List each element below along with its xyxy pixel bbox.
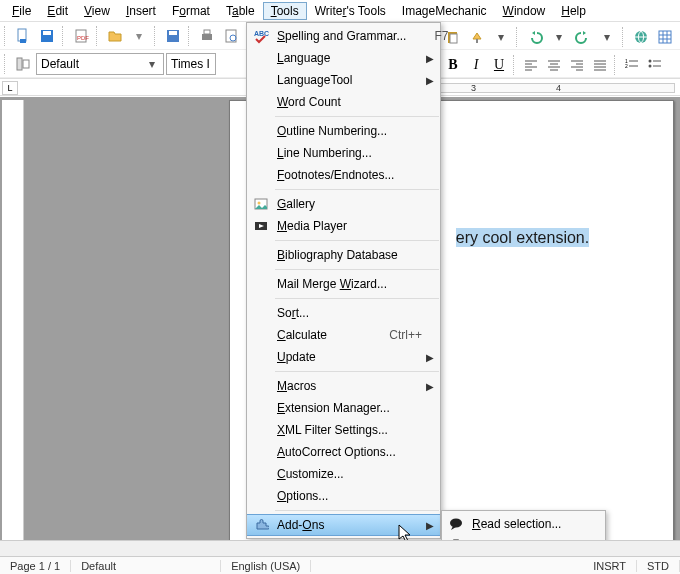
menu-window[interactable]: Window <box>495 2 554 20</box>
svg-rect-7 <box>169 31 177 35</box>
svg-rect-3 <box>43 31 51 35</box>
styles-icon[interactable] <box>12 53 34 75</box>
save2-icon[interactable] <box>162 25 184 47</box>
menu-item-outline-numbering[interactable]: Outline Numbering... <box>247 120 440 142</box>
menu-edit[interactable]: Edit <box>39 2 76 20</box>
menu-file[interactable]: File <box>4 2 39 20</box>
menu-tools[interactable]: Tools <box>263 2 307 20</box>
paragraph-style-value: Default <box>41 57 79 71</box>
menu-item-mail-merge-wizard[interactable]: Mail Merge Wizard... <box>247 273 440 295</box>
svg-text:PDF: PDF <box>77 35 89 41</box>
submenu-item-read-selection[interactable]: Read selection... <box>442 513 605 535</box>
status-style[interactable]: Default <box>71 560 221 572</box>
menu-item-xml-filter-settings[interactable]: XML Filter Settings... <box>247 419 440 441</box>
menu-item-autocorrect-options[interactable]: AutoCorrect Options... <box>247 441 440 463</box>
menu-item-line-numbering[interactable]: Line Numbering... <box>247 142 440 164</box>
menu-item-sort[interactable]: Sort... <box>247 302 440 324</box>
paragraph-style-combo[interactable]: Default ▾ <box>36 53 164 75</box>
italic-button[interactable]: I <box>465 54 487 76</box>
menu-item-add-ons[interactable]: Add-Ons▶ <box>247 514 440 536</box>
svg-rect-16 <box>476 39 478 43</box>
print-icon[interactable] <box>196 25 218 47</box>
menu-item-options[interactable]: Options... <box>247 485 440 507</box>
preview-icon[interactable] <box>220 25 242 47</box>
menu-item-customize[interactable]: Customize... <box>247 463 440 485</box>
bold-button[interactable]: B <box>442 54 464 76</box>
menu-item-spelling-and-grammar[interactable]: ABCSpelling and Grammar...F7 <box>247 25 440 47</box>
menu-item-gallery[interactable]: Gallery <box>247 193 440 215</box>
menu-item-bibliography-database[interactable]: Bibliography Database <box>247 244 440 266</box>
svg-rect-8 <box>202 34 212 40</box>
export-pdf-icon[interactable]: PDF <box>70 25 92 47</box>
chevron-down-icon: ▾ <box>145 57 159 71</box>
save-icon[interactable] <box>36 25 58 47</box>
menu-insert[interactable]: Insert <box>118 2 164 20</box>
svg-rect-13 <box>23 60 29 68</box>
menu-item-calculate[interactable]: CalculateCtrl++ <box>247 324 440 346</box>
align-left-icon[interactable] <box>520 54 542 76</box>
chevron-right-icon: ▶ <box>426 520 434 531</box>
status-language[interactable]: English (USA) <box>221 560 311 572</box>
ruler-ticks: 3 4 <box>440 83 675 93</box>
menu-table[interactable]: Table <box>218 2 263 20</box>
svg-text:2: 2 <box>625 63 628 69</box>
menu-item-update[interactable]: Update▶ <box>247 346 440 368</box>
menu-help[interactable]: Help <box>553 2 594 20</box>
svg-point-44 <box>649 65 652 68</box>
menu-item-word-count[interactable]: Word Count <box>247 91 440 113</box>
align-right-icon[interactable] <box>566 54 588 76</box>
svg-text:ABC: ABC <box>254 30 269 37</box>
svg-rect-12 <box>17 58 22 70</box>
svg-point-49 <box>258 202 261 205</box>
new-doc-icon[interactable] <box>12 25 34 47</box>
chevron-right-icon: ▶ <box>426 75 434 86</box>
font-name-combo[interactable]: Times I <box>166 53 216 75</box>
status-insert[interactable]: INSRT <box>583 560 637 572</box>
chevron-right-icon: ▶ <box>426 53 434 64</box>
underline-button[interactable]: U <box>488 54 510 76</box>
font-name-value: Times I <box>171 57 210 71</box>
status-std[interactable]: STD <box>637 560 680 572</box>
menu-item-footnotes-endnotes[interactable]: Footnotes/Endnotes... <box>247 164 440 186</box>
align-center-icon[interactable] <box>543 54 565 76</box>
dropdown-icon[interactable]: ▾ <box>596 26 618 48</box>
menu-item-language[interactable]: Language▶ <box>247 47 440 69</box>
align-justify-icon[interactable] <box>589 54 611 76</box>
dropdown-icon[interactable]: ▾ <box>548 26 570 48</box>
menubar: FileEditViewInsertFormatTableToolsWriter… <box>0 0 680 22</box>
svg-rect-18 <box>659 31 671 43</box>
svg-rect-9 <box>204 30 210 34</box>
vertical-ruler <box>2 100 24 556</box>
svg-point-51 <box>450 519 462 528</box>
template-icon[interactable]: ▾ <box>128 25 150 47</box>
status-bar: Page 1 / 1 Default English (USA) INSRT S… <box>0 556 680 574</box>
speech-bubble-icon <box>447 515 465 533</box>
abc-check-icon: ABC <box>252 27 270 45</box>
chevron-right-icon: ▶ <box>426 381 434 392</box>
status-page[interactable]: Page 1 / 1 <box>0 560 71 572</box>
bullet-list-icon[interactable] <box>644 54 666 76</box>
gallery-icon <box>252 195 270 213</box>
menu-format[interactable]: Format <box>164 2 218 20</box>
menu-item-media-player[interactable]: Media Player <box>247 215 440 237</box>
dropdown-icon[interactable]: ▾ <box>490 26 512 48</box>
menu-view[interactable]: View <box>76 2 118 20</box>
menu-writer-s-tools[interactable]: Writer's Tools <box>307 2 394 20</box>
menu-item-macros[interactable]: Macros▶ <box>247 375 440 397</box>
svg-rect-1 <box>20 39 26 43</box>
redo-icon[interactable] <box>572 26 594 48</box>
horizontal-scrollbar[interactable] <box>0 540 680 556</box>
numbered-list-icon[interactable]: 12 <box>621 54 643 76</box>
menu-imagemechanic[interactable]: ImageMechanic <box>394 2 495 20</box>
clone-formatting-icon[interactable] <box>466 26 488 48</box>
menu-item-languagetool[interactable]: LanguageTool▶ <box>247 69 440 91</box>
svg-rect-15 <box>450 34 457 43</box>
ruler-corner: L <box>2 81 18 95</box>
menu-item-extension-manager[interactable]: Extension Manager... <box>247 397 440 419</box>
tools-menu: ABCSpelling and Grammar...F7Language▶Lan… <box>246 22 441 539</box>
undo-icon[interactable] <box>524 26 546 48</box>
open-icon[interactable] <box>104 25 126 47</box>
svg-point-43 <box>649 60 652 63</box>
table-icon[interactable] <box>654 26 676 48</box>
hyperlink-icon[interactable] <box>630 26 652 48</box>
